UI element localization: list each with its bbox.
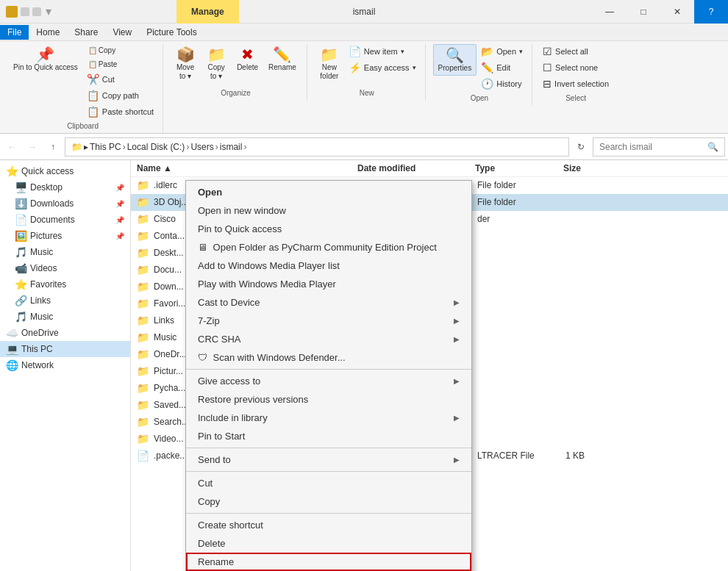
sidebar-item-music[interactable]: 🎵 Music [0,244,130,260]
music-icon: 🎵 [15,246,27,258]
minimize-button[interactable]: — [593,0,627,24]
paste-shortcut-button[interactable]: 📋 Paste shortcut [84,104,157,119]
documents-icon: 📄 [15,214,27,226]
invert-selection-button[interactable]: ⊟ Invert selection [540,76,612,91]
search-box[interactable]: 🔍 [593,137,725,157]
sidebar-item-pictures[interactable]: 🖼️ Pictures 📌 [0,228,130,244]
clipboard-label: Clipboard [67,119,99,130]
ctx-copy[interactable]: Copy [186,492,471,511]
folder-icon-deskt: 📁 [137,247,149,259]
ctx-scan-defender[interactable]: 🛡 Scan with Windows Defender... [186,348,471,367]
copy-to-button[interactable]: 📁 Copyto ▾ [201,44,231,84]
pin-quick-access-button[interactable]: 📌 Pin to Quick access [9,44,82,75]
sidebar-item-this-pc[interactable]: 💻 This PC [0,341,130,357]
sidebar-item-music2[interactable]: 🎵 Music [0,309,130,325]
close-button[interactable]: ✕ [660,0,694,24]
ctx-add-media-player[interactable]: Add to Windows Media Player list [186,256,471,275]
col-type-header[interactable]: Type [475,163,563,173]
organize-group: 📦 Moveto ▾ 📁 Copyto ▾ ✖ Delete ✏️ Rename… [165,44,307,100]
search-input[interactable] [599,142,704,152]
maximize-button[interactable]: □ [627,0,660,24]
new-folder-button[interactable]: 📁 Newfolder [315,44,344,84]
rename-button[interactable]: ✏️ Rename [264,44,301,74]
folder-icon-video: 📁 [137,433,149,445]
ctx-pin-start[interactable]: Pin to Start [186,427,471,445]
menu-view[interactable]: View [105,25,139,40]
sidebar-item-links[interactable]: 🔗 Links [0,292,130,309]
col-date-header[interactable]: Date modified [357,163,475,173]
ctx-crc-sha[interactable]: CRC SHA ▶ [186,330,471,348]
col-size-header[interactable]: Size [563,163,622,173]
sidebar: ⭐ Quick access 🖥️ Desktop 📌 ⬇️ Downloads… [0,160,131,571]
ctx-give-access[interactable]: Give access to ▶ [186,372,471,390]
select-none-button[interactable]: ☐ Select none [540,60,612,75]
properties-button[interactable]: 🔍 Properties [433,44,477,76]
pictures-icon: 🖼️ [15,230,27,242]
include-library-arrow-icon: ▶ [454,414,460,422]
new-item-button[interactable]: 📄 New item ▾ [346,44,419,59]
ctx-restore-versions[interactable]: Restore previous versions [186,390,471,409]
help-button[interactable]: ? [694,0,728,24]
menu-share[interactable]: Share [67,25,105,40]
this-pc-icon: 💻 [6,343,18,355]
paste-button[interactable]: 📋 Paste [84,58,157,71]
menu-picture-tools[interactable]: Picture Tools [139,25,204,40]
sidebar-item-videos[interactable]: 📹 Videos [0,260,130,276]
sidebar-item-downloads[interactable]: ⬇️ Downloads 📌 [0,195,130,212]
ctx-pycharm[interactable]: 🖥 Open Folder as PyCharm Community Editi… [186,238,471,256]
sidebar-item-documents[interactable]: 📄 Documents 📌 [0,212,130,228]
address-path[interactable]: 📁 ▸ This PC › Local Disk (C:) › Users › … [65,137,569,157]
refresh-button[interactable]: ↻ [572,138,590,156]
ctx-cut[interactable]: Cut [186,474,471,492]
sidebar-item-network[interactable]: 🌐 Network [0,357,130,373]
clipboard-buttons: 📌 Pin to Quick access 📋 Copy 📋 Paste ✂️ … [9,44,157,119]
copy-icon: 📋 [88,46,97,54]
ctx-include-library[interactable]: Include in library ▶ [186,409,471,427]
back-button[interactable]: ← [3,138,21,156]
sidebar-item-desktop[interactable]: 🖥️ Desktop 📌 [0,179,130,195]
copy-button[interactable]: 📋 Copy [84,44,157,57]
ctx-play-media-player[interactable]: Play with Windows Media Player [186,275,471,293]
folder-icon-search: 📁 [137,416,149,428]
history-button[interactable]: 🕐 History [478,76,526,91]
ctx-pin-quick-access[interactable]: Pin to Quick access [186,220,471,238]
sidebar-item-favorites[interactable]: ⭐ Favorites [0,276,130,292]
sidebar-item-onedrive[interactable]: ☁️ OneDrive [0,325,130,341]
move-to-button[interactable]: 📦 Moveto ▾ [171,44,200,84]
manage-tab[interactable]: Manage [176,0,239,24]
ctx-open-new-window[interactable]: Open in new window [186,201,471,220]
7zip-arrow-icon: ▶ [454,317,460,325]
easy-access-button[interactable]: ⚡ Easy access ▾ [346,60,419,75]
window-title: ismail [353,7,376,17]
ctx-cast-device[interactable]: Cast to Device ▶ [186,293,471,312]
title-icon-1 [21,7,29,16]
ctx-open[interactable]: Open [186,183,471,201]
col-name-header[interactable]: Name ▲ [137,163,357,173]
ctx-send-to[interactable]: Send to ▶ [186,450,471,469]
desktop-icon: 🖥️ [15,182,27,193]
open-button[interactable]: 📂 Open ▾ [478,44,526,59]
delete-button[interactable]: ✖ Delete [232,44,263,74]
ctx-sep-2 [186,448,471,448]
ctx-create-shortcut[interactable]: Create shortcut [186,516,471,534]
up-button[interactable]: ↑ [44,138,62,156]
select-all-button[interactable]: ☑ Select all [540,44,612,59]
title-dropdown-icon[interactable]: ▾ [46,4,51,18]
folder-icon-cisco: 📁 [137,213,149,225]
edit-button[interactable]: ✏️ Edit [478,60,526,75]
ctx-rename[interactable]: Rename [186,553,471,571]
open-label: Open [471,91,488,102]
forward-button[interactable]: → [24,138,41,156]
cut-button[interactable]: ✂️ Cut [84,72,157,87]
sidebar-item-quick-access[interactable]: ⭐ Quick access [0,163,130,179]
new-item-icon: 📄 [349,46,361,57]
copy-path-button[interactable]: 📋 Copy path [84,88,157,103]
paste-icon: 📋 [88,60,97,68]
ctx-delete[interactable]: Delete [186,534,471,553]
ctx-7zip[interactable]: 7-Zip ▶ [186,312,471,330]
organize-label: Organize [221,86,251,97]
menu-file[interactable]: File [0,25,29,40]
folder-icon-down: 📁 [137,281,149,292]
copy-path-icon: 📋 [87,90,99,101]
menu-home[interactable]: Home [29,25,67,40]
